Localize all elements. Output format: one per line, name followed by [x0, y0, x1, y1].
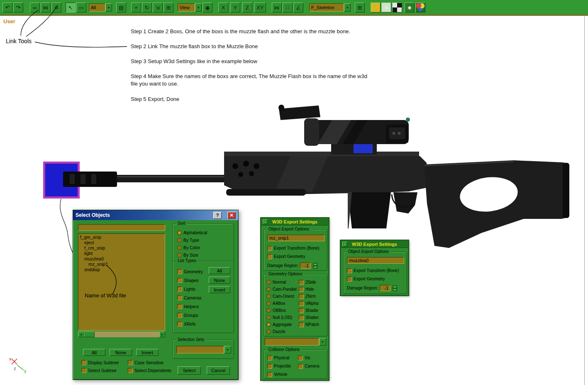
scroll-right-icon[interactable]: ▸	[159, 331, 165, 337]
schematic-view-icon[interactable]: ∗	[405, 2, 415, 12]
list-types-invert-button[interactable]: Invert	[209, 286, 230, 293]
checkbox[interactable]	[267, 356, 272, 360]
checkbox[interactable]	[299, 301, 304, 306]
help-button[interactable]: ?	[213, 212, 222, 219]
radio-button[interactable]	[266, 280, 271, 284]
dropdown-arrow-icon[interactable]: ▾	[224, 346, 231, 353]
object-list-item[interactable]: eject	[78, 240, 165, 245]
sort-option-by-type[interactable]: By Type	[177, 236, 207, 244]
export-transform-row[interactable]: Export Transform (Bone)	[347, 267, 399, 274]
mirror-icon[interactable]: ⋈	[272, 2, 282, 12]
object-name-field[interactable]: mz_snip1	[267, 235, 324, 241]
list-type-xrefs[interactable]: XRefs	[177, 319, 203, 328]
checkbox[interactable]	[81, 360, 86, 365]
collision-physical[interactable]: Physical	[267, 354, 298, 361]
muzzle-flash-box[interactable]	[43, 162, 80, 199]
damage-region-input[interactable]: -1	[300, 262, 311, 269]
curve-editor-icon[interactable]: ≈	[381, 2, 391, 12]
radio-button[interactable]	[177, 245, 182, 250]
collision-projectile[interactable]: Projectile	[267, 363, 298, 370]
radio-button[interactable]	[266, 294, 271, 299]
select-and-link-icon[interactable]: ∞	[30, 2, 40, 12]
checkbox[interactable]	[177, 295, 182, 300]
checkbox[interactable]	[299, 294, 304, 299]
geometry-flag-shadw[interactable]: Shadw	[299, 307, 319, 314]
named-selection-sets-icon[interactable]: ⊞	[355, 2, 365, 12]
geometry-flag-znrm[interactable]: ZNrm	[299, 293, 319, 300]
geometry-type-obbox[interactable]: OBBox	[266, 307, 297, 314]
collision-camera[interactable]: Camera	[298, 363, 324, 370]
geometry-type-cam-parallel[interactable]: Cam-Parallel	[266, 286, 297, 293]
geometry-flag-valpha[interactable]: VAlpha	[299, 300, 319, 307]
spinner-up-icon[interactable]: ▴	[393, 285, 397, 288]
list-type-helpers[interactable]: Helpers	[177, 302, 203, 311]
checkbox[interactable]	[347, 268, 352, 273]
radio-button[interactable]	[266, 329, 271, 334]
sort-option-alphabetical[interactable]: Alphabetical	[177, 229, 207, 236]
object-name-field[interactable]: muzzlea0	[347, 257, 404, 264]
collision-vis[interactable]: Vis	[298, 354, 324, 361]
unlink-selection-icon[interactable]: ⋈	[41, 2, 51, 12]
object-list-item[interactable]: f_cm_snip	[78, 245, 165, 251]
checkbox[interactable]	[177, 278, 182, 283]
cancel-button[interactable]: Cancel	[207, 366, 230, 375]
export-geometry-row[interactable]: Export Geometry	[267, 253, 305, 260]
manipulate-icon[interactable]: ⊞	[163, 2, 173, 12]
checkbox[interactable]	[267, 254, 272, 259]
radio-button[interactable]	[177, 231, 182, 235]
rollout-titlebar[interactable]: - W3D Export Settings	[261, 218, 328, 226]
viewport-label[interactable]: User	[3, 18, 15, 25]
damage-region-input[interactable]: -1	[380, 285, 390, 291]
option-select-subtree[interactable]: Select Subtree	[81, 367, 128, 374]
export-transform-row[interactable]: Export Transform (Bone)	[267, 245, 319, 252]
checkbox[interactable]	[177, 304, 182, 309]
close-button[interactable]: ✕	[227, 212, 236, 219]
checkbox[interactable]	[177, 321, 182, 326]
object-list-item[interactable]: f_gm_snip	[78, 235, 165, 240]
select-and-rotate-icon[interactable]: ↻	[142, 2, 152, 12]
collapse-icon[interactable]: -	[342, 242, 347, 247]
array-icon[interactable]: ∷	[283, 2, 293, 12]
list-type-geometry[interactable]: Geometry	[177, 267, 203, 276]
checkbox[interactable]	[299, 322, 304, 327]
use-pivot-center-icon[interactable]: ◉	[203, 2, 212, 12]
selection-filter-dropdown[interactable]: All▾	[89, 3, 112, 12]
aggregate-name-dropdown[interactable]: ▾	[265, 338, 326, 346]
list-horizontal-scrollbar[interactable]: ◂ ▸	[78, 331, 165, 337]
restrict-x-button[interactable]: X	[218, 2, 228, 12]
collision-vehicle[interactable]: Vehicle	[267, 371, 298, 378]
object-list-item[interactable]: muzzlea0	[78, 256, 165, 262]
checkbox[interactable]	[298, 364, 303, 369]
radio-button[interactable]	[177, 253, 182, 257]
track-view-icon[interactable]	[371, 2, 381, 12]
checkbox[interactable]	[299, 308, 304, 313]
checkbox[interactable]	[177, 313, 182, 318]
list-type-lights[interactable]: Lights	[177, 284, 203, 293]
render-scene-icon[interactable]	[415, 2, 425, 12]
object-list[interactable]: f_gm_snipejectf_cm_sniplightmuzzlea0mz_s…	[78, 233, 165, 331]
checkbox[interactable]	[267, 246, 272, 251]
scroll-thumb[interactable]	[84, 331, 95, 337]
checkbox[interactable]	[299, 287, 304, 292]
reference-coordinate-system-dropdown[interactable]: View▾	[178, 3, 202, 12]
object-list-item[interactable]: light	[78, 251, 165, 256]
scroll-track[interactable]	[95, 331, 159, 337]
option-select-dependents[interactable]: Select Dependents	[128, 367, 177, 374]
geometry-type-dazzle[interactable]: Dazzle	[266, 328, 297, 335]
checkbox[interactable]	[298, 356, 303, 360]
select-by-name-icon[interactable]: ▤	[116, 2, 126, 12]
checkbox[interactable]	[81, 368, 86, 373]
option-case-sensitive[interactable]: Case Sensitive	[128, 359, 177, 366]
sort-option-by-size[interactable]: By Size	[177, 251, 207, 259]
list-type-cameras[interactable]: Cameras	[177, 293, 203, 302]
list-type-groups[interactable]: Groups	[177, 311, 203, 319]
dropdown-arrow-icon[interactable]: ▾	[319, 338, 326, 346]
dropdown-arrow-icon[interactable]: ▾	[344, 3, 351, 12]
object-list-item[interactable]: snddisp	[78, 267, 165, 272]
geometry-flag-shatter[interactable]: Shatter	[299, 314, 319, 321]
radio-button[interactable]	[266, 308, 271, 313]
checkbox[interactable]	[177, 287, 182, 292]
geometry-type-aabox[interactable]: AABox	[266, 300, 297, 307]
checkbox[interactable]	[128, 360, 133, 365]
dropdown-arrow-icon[interactable]: ▾	[195, 3, 202, 12]
